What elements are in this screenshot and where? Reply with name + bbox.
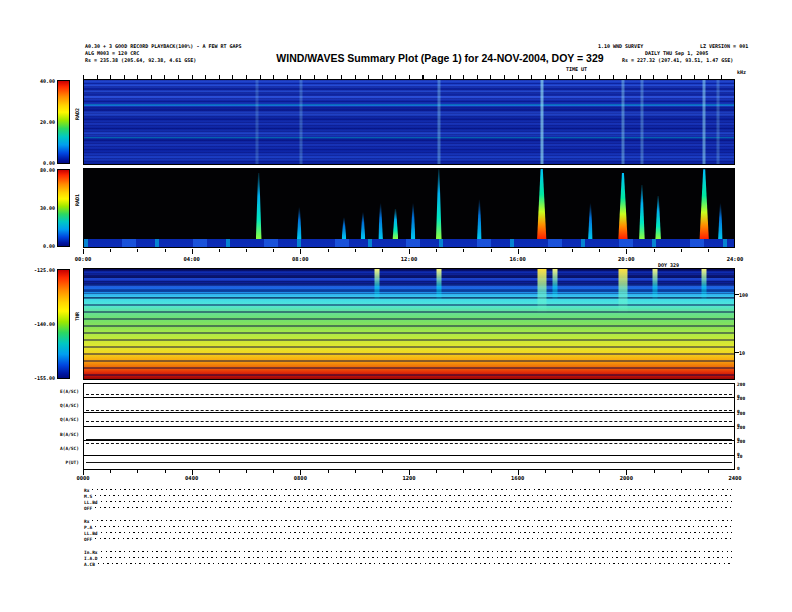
tnr-cb-tick-bot: -155.00	[3, 375, 55, 381]
line-panel-trace	[86, 439, 732, 440]
line-panel-label: Q(A/SC)	[33, 402, 79, 407]
legend-row-label: M.S	[84, 494, 92, 499]
time-tick-label: 24:00	[727, 256, 744, 262]
time-ut-label: TIME UT	[566, 66, 587, 72]
legend-row-label: P.A	[84, 525, 92, 530]
rad2-streak	[540, 80, 543, 164]
line-panel-2: Q(A/SC)2000	[84, 398, 734, 412]
rad1-burst	[392, 209, 398, 239]
rad1-burst	[639, 185, 645, 239]
rad1-colorbar	[57, 169, 70, 247]
time-tick-label: 08:00	[292, 256, 309, 262]
tnr-streak	[618, 269, 627, 313]
legend-group-rad2: RxM.SLL.BdOFF	[84, 487, 732, 511]
rad1-cb-tick-mid: 30.00	[3, 205, 55, 211]
rad1-cb-tick-top: 80.00	[3, 167, 55, 173]
legend-row-dots	[95, 507, 732, 509]
rad1-burst	[588, 203, 593, 239]
rad1-cb-tick-bot: 0.00	[3, 243, 55, 249]
legend-row-dots	[101, 557, 732, 559]
rad1-burst	[297, 207, 302, 239]
rad1-burst	[655, 196, 661, 239]
legend-group-tnr: In.RxI.A.DA.CB	[84, 549, 732, 567]
tnr-right-tick-100: 100	[739, 292, 748, 298]
time-tick-label: 12:00	[401, 256, 418, 262]
rad1-burst	[411, 203, 416, 239]
tnr-cb-tick-top: -125.00	[3, 267, 55, 273]
rad1-burst	[436, 169, 442, 239]
legend-row-label: A.CB	[84, 562, 95, 567]
bottom-tick-label: 0400	[185, 475, 198, 481]
line-panel-right-top: 200	[737, 439, 745, 444]
line-panel-4: B(A/SC)2000	[84, 427, 734, 441]
rad1-burst	[618, 173, 628, 239]
legend-row-label: OFF	[84, 537, 92, 542]
tnr-top-banding	[84, 269, 734, 298]
bottom-tick-label: 1200	[402, 475, 415, 481]
tnr-colorbar	[57, 269, 70, 379]
rad1-burst	[699, 169, 709, 239]
tnr-cb-tick-mid: -140.00	[3, 321, 55, 327]
rad1-burst	[360, 212, 365, 239]
tnr-streak	[653, 269, 658, 302]
legend-row-dots	[101, 501, 732, 503]
header-right-version: LZ VERSION = 001	[700, 43, 748, 49]
line-panel-label: E(A/SC)	[33, 388, 79, 393]
line-panel-6: P(UT)100	[84, 456, 734, 469]
legend-row-dots	[95, 526, 732, 528]
header-right-survey: 1.10 WND SURVEY	[598, 43, 643, 49]
tnr-spectrogram	[83, 268, 735, 380]
tnr-streak	[436, 269, 441, 302]
legend-row-label: In.Rx	[84, 550, 98, 555]
rad2-streak	[299, 80, 302, 164]
khz-unit-label: kHz	[737, 69, 746, 75]
line-panel-5: A(A/SC)2000	[84, 441, 734, 455]
rad2-streak	[437, 80, 440, 164]
rad1-burst	[477, 199, 482, 239]
bottom-tick-label: 2000	[620, 475, 633, 481]
rad2-streak	[256, 80, 259, 164]
tnr-streak	[702, 269, 707, 302]
line-panel-label: B(A/SC)	[33, 431, 79, 436]
legend-row-label: Rx	[84, 519, 89, 524]
line-panel-right-top: 10	[737, 454, 742, 459]
legend-row-dots	[101, 551, 732, 553]
rad2-streak	[640, 80, 643, 164]
rad2-cb-tick-bot: 0.00	[3, 160, 55, 166]
legend-row-label: Rx	[84, 488, 89, 493]
legend-row-label: LL.Bd	[84, 531, 98, 536]
line-panel-label: A(A/SC)	[33, 445, 79, 450]
bottom-tick-label: 2400	[728, 475, 741, 481]
line-panel-trace	[86, 421, 732, 422]
time-tick-label: 00:00	[75, 256, 92, 262]
line-panel-right-top: 200	[737, 411, 745, 416]
rad2-cb-tick-mid: 20.00	[3, 119, 55, 125]
line-panel-trace	[86, 394, 732, 395]
legend-row-dots	[95, 495, 732, 497]
rad1-burst	[342, 217, 347, 239]
rad2-spectrogram	[83, 79, 735, 165]
legend-group-rad1: RxP.ALL.BdOFF	[84, 518, 732, 542]
time-tick-label: 20:00	[618, 256, 635, 262]
rad1-burst	[537, 168, 547, 239]
tnr-streak	[553, 269, 558, 302]
rad2-axis-label: RAD2	[74, 108, 80, 120]
header-left-line-1: A0.30 + 3 GOOD RECORD PLAYBACK(100%) - A…	[85, 43, 242, 49]
time-tick-label: 04:00	[183, 256, 200, 262]
page-title: WIND/WAVES Summary Plot (Page 1) for 24-…	[0, 52, 792, 64]
legend-row-dots	[92, 489, 732, 491]
line-panel-label: P(UT)	[33, 460, 79, 465]
line-panel-right-top: 200	[737, 425, 745, 430]
legend-row: OFF	[84, 536, 732, 542]
line-panel-right-top: 200	[737, 382, 745, 387]
line-panel-trace	[86, 462, 732, 463]
rad2-cb-tick-top: 40.00	[3, 78, 55, 84]
tnr-axis-label: TNR	[74, 312, 80, 321]
rad1-spectrogram	[83, 168, 735, 248]
tnr-streak	[537, 269, 546, 313]
line-panel-right-top: 200	[737, 396, 745, 401]
time-tick-label: 16:00	[509, 256, 526, 262]
legend-row-dots	[101, 532, 732, 534]
instrument-settings-legend: RxM.SLL.BdOFFRxP.ALL.BdOFFIn.RxI.A.DA.CB	[84, 487, 732, 574]
tnr-streak	[374, 269, 379, 302]
